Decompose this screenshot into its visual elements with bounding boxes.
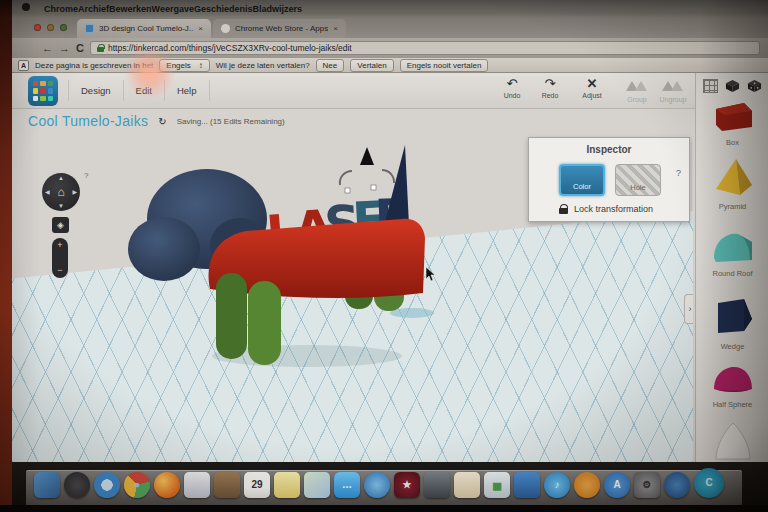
- workplane-grid-icon[interactable]: [703, 79, 718, 93]
- group-button[interactable]: Group: [620, 77, 654, 103]
- menubar-item[interactable]: Archief: [78, 4, 109, 14]
- dock-icon[interactable]: [454, 472, 480, 498]
- shape-paraboloid[interactable]: [696, 421, 768, 466]
- tab-close-icon[interactable]: ×: [333, 24, 338, 33]
- close-window-button[interactable]: [34, 24, 41, 31]
- dock-icon[interactable]: [364, 472, 390, 498]
- pan-right-icon[interactable]: ▶: [72, 188, 77, 195]
- tab-chrome-web-store[interactable]: Chrome Web Store - Apps ×: [213, 19, 346, 38]
- dock-icon[interactable]: [154, 472, 180, 498]
- translate-no-button[interactable]: Nee: [316, 59, 345, 72]
- menubar-item[interactable]: Bewerken: [109, 4, 152, 14]
- dock-icon[interactable]: [304, 472, 330, 498]
- dock-icon[interactable]: [214, 472, 240, 498]
- app-menu-item[interactable]: Help: [165, 80, 210, 101]
- menubar-item[interactable]: Bladwijzers: [252, 4, 302, 14]
- pan-left-icon[interactable]: ◀: [45, 188, 50, 195]
- language-select[interactable]: Engels↕: [159, 59, 209, 72]
- tab-tinkercad[interactable]: 3D design Cool Tumelo-J.. ×: [77, 19, 211, 38]
- translate-button[interactable]: Vertalen: [350, 59, 393, 72]
- dock-icon[interactable]: ▅: [484, 472, 510, 498]
- dock-icon[interactable]: [64, 472, 90, 498]
- dock-icon[interactable]: 29: [244, 472, 270, 498]
- browser-toolbar: ← → C https://tinkercad.com/things/jVeCS…: [12, 38, 768, 58]
- menubar-item[interactable]: Geschiedenis: [194, 4, 253, 14]
- zoom-control[interactable]: + −: [52, 238, 68, 278]
- dock-icon[interactable]: [424, 472, 450, 498]
- shape-label: Pyramid: [696, 202, 768, 211]
- dock-icon[interactable]: [94, 472, 120, 498]
- round-roof-shape-icon: [710, 228, 756, 264]
- paraboloid-shape-icon: [710, 421, 756, 461]
- tinkercad-logo[interactable]: [28, 76, 58, 106]
- dock-icon[interactable]: ⚙: [634, 472, 660, 498]
- dock-icon[interactable]: …: [334, 472, 360, 498]
- menubar-item[interactable]: Weergave: [152, 4, 194, 14]
- dock-icon[interactable]: [34, 472, 60, 498]
- inspector-help-icon[interactable]: ?: [676, 168, 681, 178]
- hole-swatch-label: Hole: [630, 183, 645, 192]
- app-menu-item[interactable]: Design: [68, 80, 124, 101]
- minimize-window-button[interactable]: [47, 24, 54, 31]
- hole-swatch[interactable]: Hole: [615, 164, 661, 196]
- shape-box[interactable]: Box: [696, 101, 768, 147]
- dock-icon[interactable]: ★: [394, 472, 420, 498]
- redo-button[interactable]: ↷ Redo: [533, 77, 567, 99]
- orbit-control[interactable]: ⌂ ▲ ▼ ◀ ▶: [42, 173, 80, 211]
- home-view-icon[interactable]: ⌂: [57, 185, 64, 199]
- design-canvas[interactable]: L A S E R: [12, 109, 693, 462]
- shape-round-roof[interactable]: Round Roof: [696, 228, 768, 278]
- reload-button[interactable]: C: [76, 43, 84, 54]
- dock-icon[interactable]: [514, 472, 540, 498]
- mouse-cursor: [425, 267, 437, 282]
- zoom-out-button[interactable]: −: [57, 266, 62, 275]
- dock-icon[interactable]: [184, 472, 210, 498]
- dock-icon[interactable]: [274, 472, 300, 498]
- dock-icon[interactable]: [664, 472, 690, 498]
- app-menu-item[interactable]: Edit: [124, 80, 165, 101]
- dock-icon[interactable]: C: [694, 468, 724, 498]
- ungroup-icon: [662, 79, 684, 91]
- panel-expander[interactable]: ›: [684, 294, 693, 324]
- language-value: Engels: [166, 61, 190, 70]
- box-shape-icon: [710, 101, 756, 133]
- dock-icon-glyph: ⚙: [643, 480, 652, 490]
- dock-icon[interactable]: A: [604, 472, 630, 498]
- dark-cube-icon[interactable]: [725, 79, 740, 93]
- document-title[interactable]: Cool Tumelo-Jaiks: [28, 113, 148, 129]
- address-bar[interactable]: https://tinkercad.com/things/jVeCSZX3XRv…: [90, 41, 760, 55]
- dotted-cube-icon[interactable]: [747, 79, 762, 93]
- undo-button[interactable]: ↶ Undo: [495, 77, 529, 99]
- pan-up-icon[interactable]: ▲: [58, 175, 64, 181]
- shape-half-sphere[interactable]: Half Sphere: [696, 365, 768, 409]
- tab-close-icon[interactable]: ×: [198, 24, 203, 33]
- shape-label: Half Sphere: [696, 400, 768, 409]
- adjust-button[interactable]: ✕ Adjust: [575, 77, 609, 99]
- view-cube-button[interactable]: ◈: [52, 217, 69, 233]
- zoom-window-button[interactable]: [60, 24, 67, 31]
- menubar-item[interactable]: Chrome: [44, 4, 78, 14]
- rotate-right-arrow[interactable]: [382, 170, 394, 183]
- lock-transformation[interactable]: Lock transformation: [559, 204, 653, 214]
- forward-button[interactable]: →: [59, 43, 70, 54]
- shape-wedge[interactable]: Wedge: [696, 297, 768, 351]
- zoom-in-button[interactable]: +: [57, 241, 62, 250]
- never-translate-button[interactable]: Engels nooit vertalen: [400, 59, 489, 72]
- nav-help-icon[interactable]: ?: [84, 171, 88, 180]
- group-label: Group: [620, 96, 654, 103]
- 3d-model[interactable]: L A S E R: [112, 141, 462, 376]
- group-icon: [626, 79, 648, 91]
- back-button[interactable]: ←: [42, 43, 53, 54]
- app-menu: DesignEditHelp: [68, 80, 210, 101]
- shape-pyramid[interactable]: Pyramid: [696, 157, 768, 211]
- ungroup-button[interactable]: Ungroup: [656, 77, 690, 103]
- dock-icon[interactable]: ♪: [544, 472, 570, 498]
- move-up-arrow[interactable]: [360, 147, 374, 165]
- rotate-left-arrow[interactable]: [340, 171, 352, 185]
- apple-menu-icon[interactable]: [22, 3, 30, 11]
- color-swatch[interactable]: Color: [559, 164, 605, 196]
- dock-icon[interactable]: ●: [124, 472, 150, 498]
- dock-icon[interactable]: [574, 472, 600, 498]
- pan-down-icon[interactable]: ▼: [58, 203, 64, 209]
- shapes-sidebar: Box Pyramid Round Roof: [695, 73, 768, 462]
